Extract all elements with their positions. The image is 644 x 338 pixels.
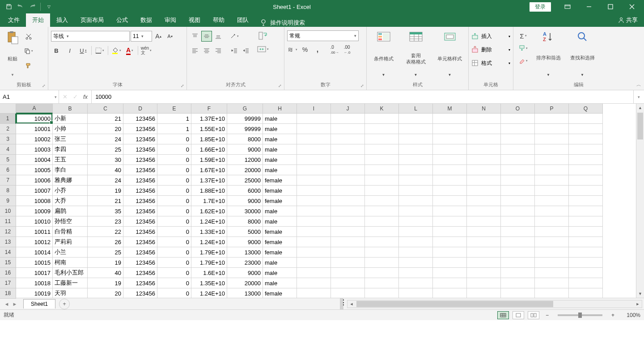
cell[interactable] [297, 288, 331, 298]
cell[interactable]: 20 [88, 288, 123, 298]
row-header-15[interactable]: 15 [0, 258, 16, 268]
cell[interactable] [569, 155, 603, 165]
cell[interactable] [467, 144, 501, 155]
row-header-3[interactable]: 3 [0, 134, 16, 144]
cell[interactable] [399, 216, 433, 227]
login-button[interactable]: 登录 [530, 2, 551, 12]
cell[interactable]: 10019 [16, 288, 53, 298]
cell[interactable] [467, 247, 501, 258]
cell[interactable]: 1.24E+10 [191, 288, 227, 298]
cell[interactable] [365, 114, 399, 124]
vscroll-thumb[interactable] [637, 113, 643, 139]
undo-icon[interactable] [15, 1, 26, 12]
cell[interactable] [433, 288, 467, 298]
cell[interactable]: 10003 [16, 144, 53, 155]
row-header-4[interactable]: 4 [0, 144, 16, 155]
cell[interactable]: male [263, 155, 297, 165]
cell[interactable] [501, 206, 535, 216]
merge-button[interactable] [256, 44, 270, 55]
cell[interactable] [535, 196, 569, 206]
cell[interactable] [331, 155, 365, 165]
cell[interactable]: 1.62E+10 [191, 206, 227, 216]
cell[interactable]: 0 [157, 237, 191, 247]
cell[interactable]: 20000 [227, 165, 263, 175]
cell[interactable]: 张三 [53, 134, 88, 144]
sheet-split-handle[interactable]: ⋮ [340, 298, 343, 309]
cell[interactable] [433, 227, 467, 237]
cell[interactable] [501, 134, 535, 144]
cell[interactable]: 0 [157, 175, 191, 186]
cell[interactable]: 1.67E+10 [191, 165, 227, 175]
font-size-combo[interactable]: 11▾ [131, 31, 152, 42]
cell[interactable] [331, 247, 365, 258]
cell[interactable]: 工藤新一 [53, 278, 88, 288]
cell[interactable] [569, 134, 603, 144]
cell[interactable] [569, 206, 603, 216]
cell[interactable] [501, 114, 535, 124]
cell[interactable] [297, 247, 331, 258]
cell[interactable]: 23000 [227, 258, 263, 268]
cell[interactable] [297, 186, 331, 196]
row-header-6[interactable]: 6 [0, 165, 16, 175]
col-header-E[interactable]: E [157, 104, 191, 114]
cell[interactable] [399, 237, 433, 247]
cell[interactable] [433, 144, 467, 155]
cell[interactable]: 10006 [16, 175, 53, 186]
ribbon-tab-公式[interactable]: 公式 [110, 13, 134, 27]
col-header-O[interactable]: O [501, 104, 535, 114]
horizontal-scrollbar[interactable]: ◄ ► [347, 300, 642, 308]
cell[interactable]: 10010 [16, 216, 53, 227]
cell[interactable]: 李白 [53, 165, 88, 175]
cell[interactable]: 0 [157, 134, 191, 144]
redo-icon[interactable] [27, 1, 38, 12]
col-header-P[interactable]: P [535, 104, 569, 114]
cell[interactable] [501, 196, 535, 206]
cell[interactable]: 10018 [16, 278, 53, 288]
cell[interactable]: 0 [157, 206, 191, 216]
col-header-C[interactable]: C [88, 104, 123, 114]
cell[interactable]: 123456 [123, 216, 157, 227]
cell[interactable] [433, 175, 467, 186]
cell[interactable] [433, 134, 467, 144]
cell[interactable]: 扁鹊 [53, 206, 88, 216]
cell[interactable]: 1.85E+10 [191, 134, 227, 144]
cell[interactable]: 123456 [123, 206, 157, 216]
row-headers[interactable]: 123456789101112131415161718 [0, 114, 16, 298]
page-layout-view-button[interactable] [513, 311, 524, 319]
cell[interactable]: 40 [88, 165, 123, 175]
cell[interactable] [467, 186, 501, 196]
cell[interactable] [297, 268, 331, 278]
cell[interactable] [467, 155, 501, 165]
cell[interactable] [297, 196, 331, 206]
cell[interactable] [365, 278, 399, 288]
cell[interactable]: 123456 [123, 144, 157, 155]
cancel-formula-button[interactable]: ✕ [63, 93, 68, 100]
cell[interactable] [467, 237, 501, 247]
scroll-right-button[interactable]: ► [634, 302, 642, 306]
cell[interactable] [365, 288, 399, 298]
cell[interactable]: 10009 [16, 206, 53, 216]
cell[interactable]: 26 [88, 237, 123, 247]
cell[interactable]: female [263, 288, 297, 298]
cell[interactable] [501, 237, 535, 247]
cell[interactable]: 1.59E+10 [191, 155, 227, 165]
ribbon-tab-开始[interactable]: 开始 [26, 13, 50, 27]
wrap-text-button[interactable] [256, 30, 270, 41]
cell[interactable] [467, 288, 501, 298]
cell[interactable] [331, 288, 365, 298]
row-header-5[interactable]: 5 [0, 155, 16, 165]
cell[interactable] [569, 237, 603, 247]
row-header-13[interactable]: 13 [0, 237, 16, 247]
cell[interactable]: male [263, 134, 297, 144]
row-header-18[interactable]: 18 [0, 288, 16, 299]
sheet-tab[interactable]: Sheet1 [23, 299, 55, 308]
cell[interactable] [467, 124, 501, 134]
cell[interactable]: 柯南 [53, 258, 88, 268]
cell[interactable]: 0 [157, 258, 191, 268]
cell[interactable] [365, 175, 399, 186]
cell[interactable]: 10014 [16, 247, 53, 258]
cell[interactable]: 19 [88, 258, 123, 268]
increase-decimal-button[interactable]: .0.00→ [329, 44, 340, 55]
cell[interactable]: 6000 [227, 186, 263, 196]
cell[interactable] [331, 124, 365, 134]
